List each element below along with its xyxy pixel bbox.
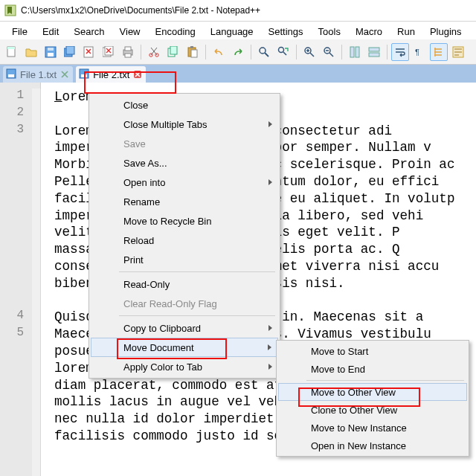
menu-tools[interactable]: Tools (311, 25, 348, 39)
svg-rect-28 (369, 53, 379, 57)
udl-icon[interactable] (449, 43, 467, 61)
svg-rect-27 (369, 48, 379, 51)
copy-icon[interactable] (164, 43, 182, 61)
close-all-icon[interactable] (100, 43, 118, 61)
open-icon[interactable] (22, 43, 40, 61)
menu-item-close[interactable]: Close (91, 95, 278, 115)
indent-guide-icon[interactable] (430, 43, 448, 61)
close-icon[interactable] (80, 43, 98, 61)
save-icon[interactable] (42, 43, 60, 61)
svg-rect-34 (81, 74, 87, 77)
menu-item-close-multiple-tabs[interactable]: Close Multiple Tabs (91, 115, 278, 134)
tabbar: File 1.txt File 2.txt (0, 65, 476, 83)
menu-item-print[interactable]: Print (91, 250, 278, 269)
cut-icon[interactable] (145, 43, 163, 61)
svg-rect-25 (350, 47, 354, 57)
tab-file2[interactable]: File 2.txt (76, 66, 146, 83)
menu-search[interactable]: Search (66, 25, 112, 39)
print-icon[interactable] (119, 43, 137, 61)
tab-context-menu: CloseClose Multiple TabsSaveSave As...Op… (89, 93, 280, 379)
separator (296, 45, 297, 60)
menu-edit[interactable]: Edit (35, 25, 66, 39)
submenu-item-move-to-start[interactable]: Move to Start (278, 342, 467, 360)
menu-language[interactable]: Language (203, 25, 261, 39)
window-title: C:\Users\mx1x2\OneDrive\Documents\File 2… (21, 5, 260, 16)
menu-item-copy-to-clipboard[interactable]: Copy to Clipboard (91, 318, 278, 338)
svg-rect-26 (356, 47, 359, 57)
submenu-item-clone-to-other-view[interactable]: Clone to Other View (278, 401, 467, 419)
svg-rect-32 (8, 74, 14, 77)
move-document-submenu: Move to StartMove to EndMove to Other Vi… (276, 340, 469, 457)
svg-text:¶: ¶ (415, 48, 419, 57)
svg-rect-2 (7, 47, 15, 49)
sync-v-icon[interactable] (346, 43, 364, 61)
new-icon[interactable] (3, 43, 21, 61)
replace-icon[interactable] (274, 43, 292, 61)
submenu-item-move-to-other-view[interactable]: Move to Other View (278, 383, 467, 401)
menu-plugins[interactable]: Plugins (422, 25, 469, 39)
toolbar: ¶ (0, 39, 476, 65)
menu-item-move-document[interactable]: Move Document (91, 338, 278, 357)
redo-icon[interactable] (229, 43, 247, 61)
svg-rect-20 (191, 50, 197, 57)
svg-rect-13 (125, 54, 131, 57)
svg-rect-12 (125, 47, 131, 51)
wrap-icon[interactable] (391, 43, 409, 61)
separator (141, 45, 141, 60)
zoom-in-icon[interactable] (300, 43, 318, 61)
tab-label: File 2.txt (93, 69, 129, 80)
menu-item-apply-color-to-tab[interactable]: Apply Color to Tab (91, 357, 278, 376)
svg-rect-5 (48, 48, 54, 51)
svg-point-21 (260, 48, 266, 54)
separator (205, 45, 206, 60)
app-icon (4, 4, 16, 16)
menu-item-save-as-[interactable]: Save As... (91, 153, 278, 173)
undo-icon[interactable] (210, 43, 228, 61)
svg-rect-4 (48, 53, 54, 57)
file-icon (6, 68, 16, 81)
svg-point-22 (279, 47, 284, 52)
menu-run[interactable]: Run (390, 25, 422, 39)
menu-item-rename[interactable]: Rename (91, 192, 278, 211)
menu-file[interactable]: File (4, 25, 35, 39)
find-icon[interactable] (255, 43, 273, 61)
tab-label: File 1.txt (20, 69, 57, 80)
menu-item-read-only[interactable]: Read-Only (91, 274, 278, 294)
tab-close-icon[interactable] (133, 71, 141, 79)
zoom-out-icon[interactable] (320, 43, 338, 61)
menubar: File Edit Search View Encoding Language … (0, 22, 476, 39)
menu-encoding[interactable]: Encoding (148, 25, 203, 39)
svg-rect-17 (170, 46, 177, 54)
separator (251, 45, 251, 60)
submenu-item-open-in-new-instance[interactable]: Open in New Instance (278, 437, 467, 454)
tab-file1[interactable]: File 1.txt (3, 66, 73, 83)
svg-rect-19 (190, 46, 193, 48)
menu-item-save: Save (91, 134, 278, 153)
separator (387, 45, 387, 60)
menu-settings[interactable]: Settings (261, 25, 311, 39)
save-all-icon[interactable] (61, 43, 79, 61)
separator (341, 45, 342, 60)
menu-item-reload[interactable]: Reload (91, 231, 278, 250)
menu-item-move-to-recycle-bin[interactable]: Move to Recycle Bin (91, 211, 278, 231)
titlebar: C:\Users\mx1x2\OneDrive\Documents\File 2… (0, 0, 476, 22)
all-chars-icon[interactable]: ¶ (411, 43, 428, 61)
menu-item-open-into[interactable]: Open into (91, 173, 278, 192)
file-icon (79, 68, 89, 81)
menu-item-clear-read-only-flag: Clear Read-Only Flag (91, 294, 278, 313)
sync-h-icon[interactable] (365, 43, 383, 61)
submenu-item-move-to-new-instance[interactable]: Move to New Instance (278, 419, 467, 437)
svg-rect-7 (66, 46, 74, 54)
submenu-item-move-to-end[interactable]: Move to End (278, 360, 467, 378)
menu-macro[interactable]: Macro (348, 25, 390, 39)
menu-view[interactable]: View (112, 25, 148, 39)
tab-close-icon[interactable] (60, 71, 68, 79)
paste-icon[interactable] (184, 43, 202, 61)
fold-margin[interactable] (32, 89, 41, 476)
